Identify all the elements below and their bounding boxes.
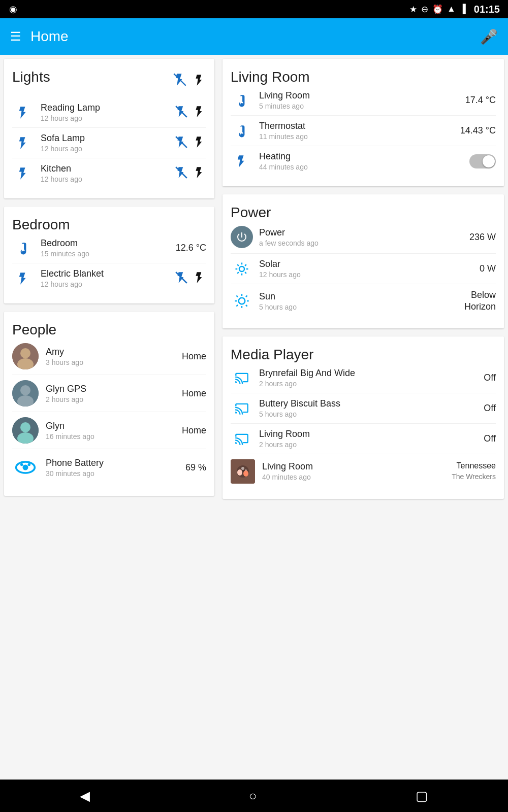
kitchen-bolt-icon bbox=[12, 165, 35, 182]
home-button[interactable]: ○ bbox=[249, 788, 257, 804]
brynrefail-name: Brynrefail Big And Wide bbox=[259, 368, 484, 379]
living-room-thermo-icon bbox=[231, 92, 253, 109]
lights-bolt-icon[interactable] bbox=[193, 74, 206, 89]
living-room-card: Living Room Living Room 5 minutes ago 17… bbox=[223, 59, 504, 186]
living-room-cast-name: Living Room bbox=[259, 429, 484, 439]
battery-icon: ▐ bbox=[460, 4, 466, 14]
bedroom-title: Bedroom bbox=[12, 217, 70, 232]
kitchen-name: Kitchen bbox=[41, 163, 175, 174]
electric-blanket-time: 12 hours ago bbox=[41, 280, 175, 288]
glyn-time: 16 minutes ago bbox=[46, 432, 182, 441]
living-room-music-row: Living Room 40 minutes ago TennesseeThe … bbox=[231, 454, 496, 489]
svg-point-42 bbox=[241, 467, 244, 470]
glyn-gps-avatar bbox=[12, 380, 39, 407]
svg-point-30 bbox=[239, 298, 245, 304]
phone-battery-time: 30 minutes ago bbox=[46, 469, 185, 478]
living-room-sensor-time: 5 minutes ago bbox=[259, 102, 465, 110]
people-card: People Amy 3 hours ago Home bbox=[4, 312, 214, 496]
power-row: Power a few seconds ago 236 W bbox=[231, 221, 496, 254]
heating-bolt-icon bbox=[231, 153, 253, 170]
kitchen-on-icon[interactable] bbox=[193, 166, 206, 181]
back-button[interactable]: ◀ bbox=[80, 788, 90, 804]
sofa-lamp-off-icon[interactable] bbox=[175, 136, 188, 151]
sun-time: 5 hours ago bbox=[259, 303, 464, 311]
power-title: Power bbox=[231, 205, 271, 220]
kitchen-off-icon[interactable] bbox=[175, 166, 188, 181]
living-room-cast-icon bbox=[231, 431, 253, 446]
sun-icon bbox=[231, 293, 253, 309]
bluetooth-icon: ★ bbox=[409, 4, 417, 15]
solar-name: Solar bbox=[259, 259, 480, 269]
power-circle-icon bbox=[231, 226, 253, 248]
living-room-music-name: Living Room bbox=[262, 461, 452, 472]
bedroom-temp-value: 12.6 °C bbox=[176, 243, 206, 253]
svg-line-27 bbox=[245, 272, 246, 274]
living-room-title: Living Room bbox=[231, 69, 310, 85]
amy-status: Home bbox=[182, 351, 206, 362]
glyn-status: Home bbox=[182, 425, 206, 436]
bedroom-temp-row: Bedroom 15 minutes ago 12.6 °C bbox=[12, 233, 206, 263]
amy-row: Amy 3 hours ago Home bbox=[12, 338, 206, 375]
media-player-card: Media Player Brynrefail Big And Wide 2 h… bbox=[223, 336, 504, 499]
phone-battery-row: Phone Battery 30 minutes ago 69 % bbox=[12, 449, 206, 486]
living-room-music-value: TennesseeThe Wreckers bbox=[452, 461, 496, 482]
alarm-icon: ⏰ bbox=[432, 4, 443, 15]
brynrefail-cast-icon bbox=[231, 370, 253, 385]
buttery-biscuit-row: Buttery Biscuit Bass 5 hours ago Off bbox=[231, 393, 496, 424]
sofa-lamp-on-icon[interactable] bbox=[193, 136, 206, 151]
main-content: Lights Reading Lamp 12 hours ago bbox=[0, 55, 508, 780]
recents-button[interactable]: ▢ bbox=[416, 788, 428, 804]
sofa-lamp-row: Sofa Lamp 12 hours ago bbox=[12, 128, 206, 158]
solar-icon bbox=[231, 261, 253, 277]
kitchen-time: 12 hours ago bbox=[41, 175, 175, 183]
sun-value: BelowHorizon bbox=[464, 289, 496, 313]
svg-point-16 bbox=[23, 465, 28, 470]
hamburger-menu-icon[interactable]: ☰ bbox=[10, 29, 21, 44]
living-room-music-time: 40 minutes ago bbox=[262, 473, 452, 481]
power-sensor-time: a few seconds ago bbox=[259, 239, 469, 247]
brynrefail-time: 2 hours ago bbox=[259, 380, 484, 388]
heating-row: Heating 44 minutes ago bbox=[231, 146, 496, 176]
glyn-gps-time: 2 hours ago bbox=[46, 395, 182, 403]
reading-lamp-on-icon[interactable] bbox=[193, 105, 206, 120]
wifi-icon: ▲ bbox=[447, 4, 456, 14]
svg-line-35 bbox=[236, 296, 238, 297]
left-column: Lights Reading Lamp 12 hours ago bbox=[0, 55, 218, 780]
living-room-temp-value: 17.4 °C bbox=[465, 95, 496, 106]
right-column: Living Room Living Room 5 minutes ago 17… bbox=[218, 55, 508, 780]
mic-icon[interactable]: 🎤 bbox=[480, 28, 498, 45]
svg-point-4 bbox=[22, 250, 24, 253]
heating-toggle[interactable] bbox=[469, 154, 496, 168]
power-sensor-name: Power bbox=[259, 227, 469, 238]
sofa-lamp-name: Sofa Lamp bbox=[41, 133, 175, 144]
lights-no-flash-icon[interactable] bbox=[173, 73, 187, 90]
thermostat-row: Thermostat 11 minutes ago 14.43 °C bbox=[231, 116, 496, 146]
svg-line-37 bbox=[236, 305, 238, 307]
thermostat-icon bbox=[231, 123, 253, 139]
nav-bar: ◀ ○ ▢ bbox=[0, 780, 508, 812]
reading-lamp-bolt-icon bbox=[12, 105, 35, 121]
power-value: 236 W bbox=[469, 232, 496, 243]
svg-point-10 bbox=[20, 385, 30, 395]
people-title: People bbox=[12, 322, 56, 337]
solar-row: Solar 12 hours ago 0 W bbox=[231, 254, 496, 284]
reading-lamp-off-icon[interactable] bbox=[175, 105, 188, 120]
svg-point-21 bbox=[239, 266, 244, 272]
buttery-name: Buttery Biscuit Bass bbox=[259, 398, 484, 409]
svg-point-17 bbox=[20, 463, 23, 466]
phone-battery-name: Phone Battery bbox=[46, 458, 185, 468]
reading-lamp-time: 12 hours ago bbox=[41, 114, 175, 122]
living-room-sensor-name: Living Room bbox=[259, 90, 465, 101]
svg-line-38 bbox=[246, 296, 247, 297]
svg-point-44 bbox=[237, 469, 242, 476]
heating-name: Heating bbox=[259, 151, 469, 162]
buttery-cast-icon bbox=[231, 401, 253, 415]
glyn-avatar bbox=[12, 417, 39, 444]
brynrefail-row: Brynrefail Big And Wide 2 hours ago Off bbox=[231, 363, 496, 393]
electric-blanket-on-icon[interactable] bbox=[193, 271, 206, 286]
brynrefail-value: Off bbox=[484, 373, 496, 383]
thermostat-time: 11 minutes ago bbox=[259, 132, 460, 141]
electric-blanket-off-icon[interactable] bbox=[175, 271, 188, 286]
status-icons: ◉ ★ ⊖ ⏰ ▲ ▐ 01:15 bbox=[409, 4, 500, 15]
electric-blanket-row: Electric Blanket 12 hours ago bbox=[12, 263, 206, 293]
